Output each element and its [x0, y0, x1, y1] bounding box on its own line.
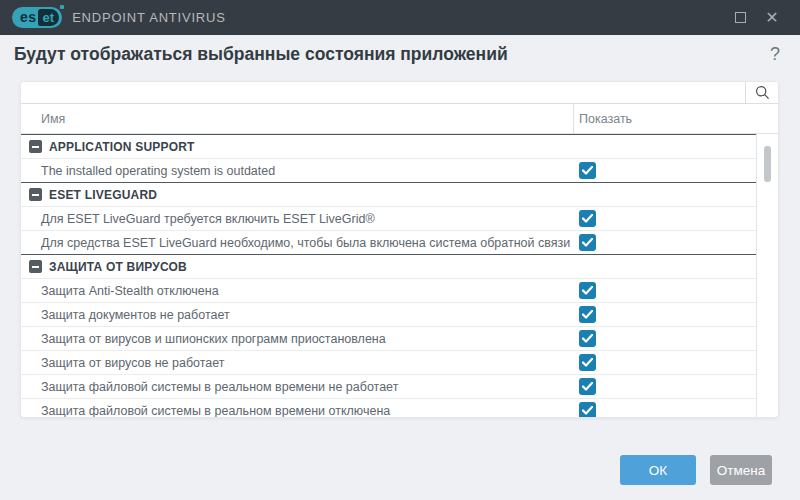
card-lower: APPLICATION SUPPORT The installed operat… [21, 134, 778, 418]
status-label: Защита от вирусов и шпионских программ п… [21, 332, 574, 346]
maximize-button[interactable] [724, 0, 756, 35]
status-label: The installed operating system is outdat… [21, 164, 574, 178]
ok-button[interactable]: ОК [620, 455, 696, 485]
show-checkbox[interactable] [579, 306, 596, 323]
check-icon [582, 334, 593, 343]
check-icon [582, 214, 593, 223]
search-icon [755, 85, 770, 100]
table-body: APPLICATION SUPPORT The installed operat… [21, 134, 756, 418]
heading-row: Будут отображаться выбранные состояния п… [14, 44, 784, 65]
check-icon [582, 166, 593, 175]
eset-dialog-window: es et ENDPOINT ANTIVIRUS ✕ Будут отображ… [0, 0, 800, 500]
show-checkbox[interactable] [579, 378, 596, 395]
status-row: Защита Anti-Stealth отключена [21, 278, 756, 302]
status-row: Для средства ESET LiveGuard необходимо, … [21, 230, 756, 254]
scrollbar-track[interactable] [756, 134, 778, 418]
group-label: ESET LIVEGUARD [49, 188, 157, 202]
status-row: Защита от вирусов не работает [21, 350, 756, 374]
status-row: Защита файловой системы в реальном време… [21, 398, 756, 418]
footer: ОК Отмена [0, 455, 772, 485]
status-label: Защита от вирусов не работает [21, 356, 574, 370]
check-icon [582, 238, 593, 247]
collapse-icon[interactable] [29, 188, 42, 201]
status-label: Для средства ESET LiveGuard необходимо, … [21, 236, 574, 250]
group-row[interactable]: APPLICATION SUPPORT [21, 134, 756, 158]
status-row: Защита файловой системы в реальном време… [21, 374, 756, 398]
titlebar: es et ENDPOINT ANTIVIRUS ✕ [0, 0, 800, 35]
search-input[interactable] [21, 82, 745, 103]
column-header-name[interactable]: Имя [21, 104, 574, 133]
check-icon [582, 406, 593, 415]
search-row [21, 82, 778, 104]
status-row: Для ESET LiveGuard требуется включить ES… [21, 206, 756, 230]
status-label: Защита Anti-Stealth отключена [21, 284, 574, 298]
close-icon: ✕ [765, 10, 778, 26]
page-title: Будут отображаться выбранные состояния п… [14, 44, 508, 65]
eset-logo-trademark-dot [60, 5, 64, 9]
table-header: Имя Показать [21, 104, 778, 134]
check-icon [582, 358, 593, 367]
collapse-icon[interactable] [29, 140, 42, 153]
eset-logo: es et [12, 7, 62, 28]
status-label: Защита файловой системы в реальном време… [21, 380, 574, 394]
status-row: Защита от вирусов и шпионских программ п… [21, 326, 756, 350]
maximize-icon [735, 12, 746, 23]
cancel-button[interactable]: Отмена [710, 455, 772, 485]
status-row: Защита документов не работает [21, 302, 756, 326]
eset-logo-et: et [38, 9, 60, 26]
help-button[interactable]: ? [766, 44, 784, 65]
group-label: APPLICATION SUPPORT [49, 140, 195, 154]
status-label: Для ESET LiveGuard требуется включить ES… [21, 212, 574, 226]
status-row: The installed operating system is outdat… [21, 158, 756, 182]
status-list-card: Имя Показать APPLICATION SUPPORT The ins… [20, 81, 779, 418]
close-button[interactable]: ✕ [756, 0, 788, 35]
collapse-icon[interactable] [29, 260, 42, 273]
check-icon [582, 382, 593, 391]
status-label: Защита документов не работает [21, 308, 574, 322]
check-icon [582, 310, 593, 319]
show-checkbox[interactable] [579, 234, 596, 251]
group-row[interactable]: ЗАЩИТА ОТ ВИРУСОВ [21, 254, 756, 278]
show-checkbox[interactable] [579, 330, 596, 347]
show-checkbox[interactable] [579, 162, 596, 179]
show-checkbox[interactable] [579, 210, 596, 227]
show-checkbox[interactable] [579, 354, 596, 371]
app-title: ENDPOINT ANTIVIRUS [72, 10, 226, 25]
search-button[interactable] [745, 82, 778, 103]
eset-logo-es: es [20, 7, 37, 28]
show-checkbox[interactable] [579, 282, 596, 299]
scrollbar-thumb[interactable] [764, 146, 771, 182]
group-row[interactable]: ESET LIVEGUARD [21, 182, 756, 206]
show-checkbox[interactable] [579, 402, 596, 418]
status-label: Защита файловой системы в реальном време… [21, 404, 574, 418]
check-icon [582, 286, 593, 295]
column-header-show[interactable]: Показать [574, 112, 632, 126]
group-label: ЗАЩИТА ОТ ВИРУСОВ [49, 260, 187, 274]
